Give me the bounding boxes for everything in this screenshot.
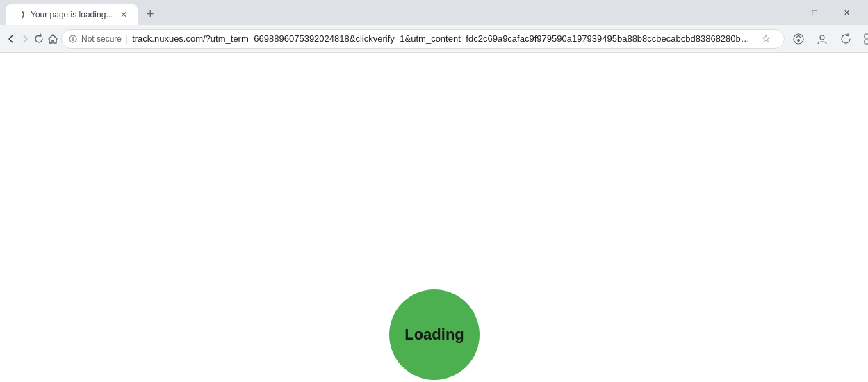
- extension-puzzle-icon[interactable]: [858, 28, 868, 50]
- nav-bar: Not secure | track.nuxues.com/?utm_term=…: [0, 25, 868, 53]
- svg-rect-8: [865, 40, 868, 44]
- svg-point-5: [820, 35, 824, 40]
- address-divider: |: [126, 34, 128, 44]
- new-tab-button[interactable]: +: [140, 4, 160, 24]
- window-controls: ─ □ ✕: [767, 0, 862, 25]
- profile-icon[interactable]: [811, 28, 833, 50]
- svg-point-4: [797, 39, 800, 42]
- loading-text: Loading: [404, 326, 464, 344]
- tab-close-button[interactable]: ✕: [118, 9, 129, 20]
- address-url: track.nuxues.com/?utm_term=6698896075392…: [132, 33, 751, 44]
- reload-button[interactable]: [33, 28, 44, 50]
- browser-window: Your page is loading... ✕ + ─ □ ✕: [0, 0, 868, 382]
- tab-favicon: [14, 9, 25, 20]
- tab-strip: Your page is loading... ✕ +: [6, 0, 767, 25]
- bookmark-button[interactable]: ☆: [755, 28, 777, 50]
- tab-title: Your page is loading...: [31, 10, 113, 19]
- forward-button[interactable]: [19, 28, 31, 50]
- security-label: Not secure: [81, 34, 122, 44]
- minimize-button[interactable]: ─: [767, 0, 799, 25]
- extensions-icon-1[interactable]: [787, 28, 810, 50]
- page-content: Loading: [0, 53, 868, 382]
- address-bar[interactable]: Not secure | track.nuxues.com/?utm_term=…: [61, 29, 785, 49]
- refresh-ext-icon[interactable]: [835, 28, 857, 50]
- close-button[interactable]: ✕: [830, 0, 862, 25]
- svg-point-2: [72, 36, 73, 37]
- security-icon: [69, 35, 77, 43]
- svg-rect-6: [865, 34, 868, 38]
- title-bar: Your page is loading... ✕ + ─ □ ✕: [0, 0, 868, 25]
- back-button[interactable]: [6, 28, 17, 50]
- active-tab[interactable]: Your page is loading... ✕: [6, 4, 138, 25]
- maximize-button[interactable]: □: [799, 0, 830, 25]
- toolbar-icons: [787, 28, 868, 50]
- loading-indicator: Loading: [389, 289, 480, 380]
- home-button[interactable]: [47, 28, 58, 50]
